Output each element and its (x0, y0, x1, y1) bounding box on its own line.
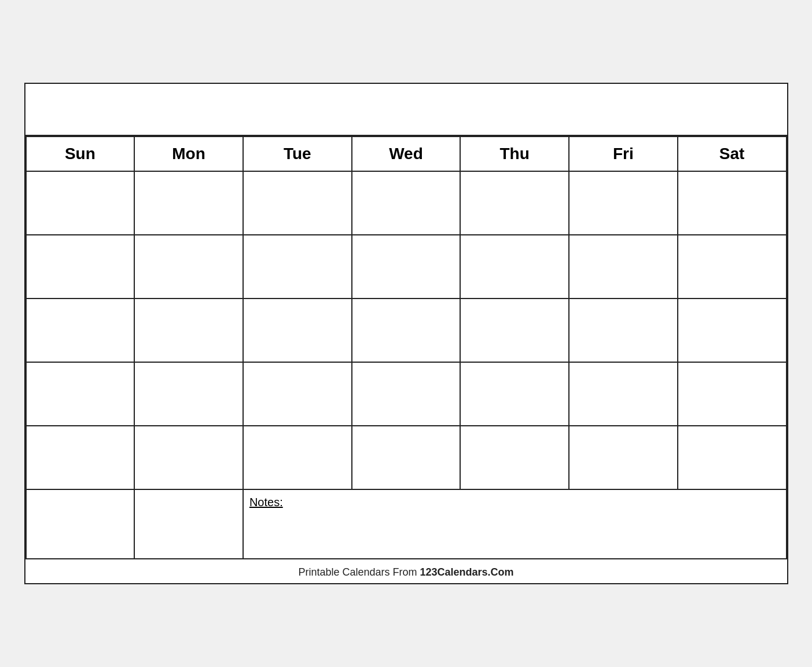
table-row (134, 235, 243, 299)
table-row (243, 299, 352, 362)
calendar-table: Sun Mon Tue Wed Thu Fri Sat (25, 136, 787, 559)
table-row (352, 426, 461, 489)
week-row-1 (26, 171, 787, 235)
table-row (460, 426, 569, 489)
table-row (460, 235, 569, 299)
table-row (460, 171, 569, 235)
table-row (243, 362, 352, 426)
table-row (569, 362, 678, 426)
table-row (134, 489, 243, 559)
table-row (569, 299, 678, 362)
table-row (243, 235, 352, 299)
table-row (352, 362, 461, 426)
table-row (678, 426, 787, 489)
table-row (569, 171, 678, 235)
table-row (134, 426, 243, 489)
table-row (26, 299, 135, 362)
table-row (352, 299, 461, 362)
table-row (352, 235, 461, 299)
footer-brand: 123Calendars.Com (420, 566, 514, 578)
header-wed: Wed (352, 137, 461, 171)
table-row (134, 362, 243, 426)
table-row (678, 171, 787, 235)
table-row (569, 426, 678, 489)
footer-text: Printable Calendars From (298, 566, 420, 578)
table-row (569, 235, 678, 299)
table-row (460, 362, 569, 426)
title-row (25, 84, 787, 136)
week-row-2 (26, 235, 787, 299)
table-row (134, 171, 243, 235)
table-row (243, 171, 352, 235)
header-fri: Fri (569, 137, 678, 171)
table-row (26, 426, 135, 489)
table-row (26, 489, 135, 559)
week-row-4 (26, 362, 787, 426)
footer: Printable Calendars From 123Calendars.Co… (25, 559, 787, 583)
table-row (134, 299, 243, 362)
table-row (26, 362, 135, 426)
week-row-5 (26, 426, 787, 489)
table-row (460, 299, 569, 362)
header-mon: Mon (134, 137, 243, 171)
table-row (678, 235, 787, 299)
day-header-row: Sun Mon Tue Wed Thu Fri Sat (26, 137, 787, 171)
table-row (243, 426, 352, 489)
header-thu: Thu (460, 137, 569, 171)
calendar-page: Sun Mon Tue Wed Thu Fri Sat (24, 83, 788, 584)
notes-row: Notes: (26, 489, 787, 559)
notes-label: Notes: (249, 496, 283, 508)
table-row (678, 299, 787, 362)
notes-cell: Notes: (243, 489, 787, 559)
table-row (26, 235, 135, 299)
table-row (26, 171, 135, 235)
header-sun: Sun (26, 137, 135, 171)
header-tue: Tue (243, 137, 352, 171)
table-row (678, 362, 787, 426)
header-sat: Sat (678, 137, 787, 171)
week-row-3 (26, 299, 787, 362)
table-row (352, 171, 461, 235)
